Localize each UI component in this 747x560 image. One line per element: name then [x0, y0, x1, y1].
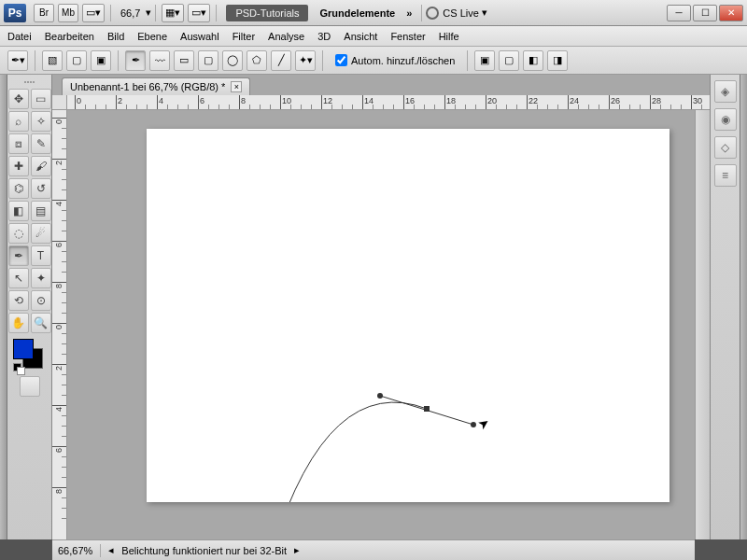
type-tool[interactable]: T [31, 245, 51, 266]
crop-tool[interactable]: ⧈ [8, 133, 29, 154]
vertical-scrollbar[interactable] [695, 110, 710, 539]
screen-mode-button[interactable]: ▭▾ [82, 4, 105, 22]
brush-tool[interactable]: 🖌 [31, 156, 51, 176]
rounded-rect-button[interactable]: ▢ [198, 50, 218, 71]
dodge-tool[interactable]: ☄ [31, 223, 51, 244]
tool-preset-button[interactable]: ✒▾ [7, 50, 28, 71]
custom-shape-button[interactable]: ✦▾ [295, 50, 316, 71]
status-arrow-left[interactable]: ◂ [108, 544, 114, 556]
menu-auswahl[interactable]: Auswahl [180, 31, 219, 42]
marquee-tool[interactable]: ▭ [31, 89, 51, 109]
extras-icon: ▭▾ [191, 7, 206, 19]
fill-pixels-button[interactable]: ▣ [91, 50, 111, 71]
status-message: Belichtung funktioniert nur bei 32-Bit [121, 545, 287, 556]
freeform-pen-button[interactable]: 〰 [149, 50, 170, 71]
magic-wand-tool[interactable]: ✧ [31, 111, 51, 132]
zoom-dropdown-icon[interactable]: ▾ [146, 7, 151, 19]
menu-datei[interactable]: Datei [7, 31, 32, 42]
pen-mode-button[interactable]: ✒ [125, 50, 146, 71]
paths-panel-icon[interactable]: ◇ [714, 136, 737, 159]
window-maximize-button[interactable]: ☐ [693, 5, 717, 21]
paths-button[interactable]: ▢ [66, 50, 87, 71]
right-panel-dock: ◈ ◉ ◇ ≡ [710, 75, 740, 539]
menu-filter[interactable]: Filter [233, 31, 255, 42]
menu-analyse[interactable]: Analyse [268, 31, 304, 42]
3d-tool[interactable]: ⟲ [8, 290, 29, 311]
toolbox-grip[interactable] [11, 78, 49, 86]
left-frame-edge[interactable] [0, 75, 7, 539]
status-zoom[interactable]: 66,67% [58, 545, 92, 556]
workspace-grundelemente[interactable]: Grundelemente [319, 7, 395, 19]
zoom-tool[interactable]: 🔍 [31, 313, 51, 333]
path-intersect-button[interactable]: ◧ [523, 50, 543, 71]
shape-tool[interactable]: ✦ [31, 268, 51, 288]
polygon-shape-button[interactable]: ⬠ [247, 50, 267, 71]
right-frame-edge[interactable] [740, 75, 747, 539]
menu-bearbeiten[interactable]: Bearbeiten [45, 31, 94, 42]
horizontal-ruler[interactable]: 024681012141618202224262830 [67, 95, 710, 110]
default-colors-button[interactable] [13, 363, 24, 374]
document-tab-close-button[interactable]: × [231, 81, 242, 92]
foreground-color-swatch[interactable] [13, 339, 34, 359]
pen-tool[interactable]: ✒ [8, 245, 29, 266]
svg-point-4 [471, 422, 476, 427]
arrange-documents-button[interactable]: ▦▾ [162, 4, 184, 22]
line-shape-button[interactable]: ╱ [271, 50, 291, 71]
document-canvas[interactable]: ➤ [147, 129, 669, 502]
hand-tool[interactable]: ✋ [8, 313, 29, 333]
adjustments-panel-icon[interactable]: ≡ [714, 164, 737, 187]
path-subtract-button[interactable]: ▢ [499, 50, 519, 71]
menu-ansicht[interactable]: Ansicht [344, 31, 377, 42]
eyedropper-tool[interactable]: ✎ [31, 133, 51, 154]
ruler-origin[interactable] [52, 95, 67, 110]
menu-3d[interactable]: 3D [317, 31, 331, 42]
status-bar: 66,67% ◂ Belichtung funktioniert nur bei… [52, 539, 695, 560]
svg-rect-2 [424, 406, 430, 412]
clone-stamp-tool[interactable]: ⌬ [8, 178, 29, 199]
shape-layers-button[interactable]: ▧ [42, 50, 63, 71]
blur-tool[interactable]: ◌ [8, 223, 29, 244]
bridge-button[interactable]: Br [34, 4, 54, 22]
menu-hilfe[interactable]: Hilfe [439, 31, 459, 42]
zoom-level[interactable]: 66,7 [120, 7, 140, 19]
path-curve[interactable] [147, 129, 669, 502]
gradient-tool[interactable]: ▤ [31, 201, 51, 221]
layers-panel-icon[interactable]: ◈ [714, 80, 737, 103]
menu-fenster[interactable]: Fenster [390, 31, 425, 42]
ellipse-shape-button[interactable]: ◯ [222, 50, 243, 71]
status-arrow-right[interactable]: ▸ [294, 544, 300, 556]
history-brush-tool[interactable]: ↺ [31, 178, 51, 199]
vertical-ruler[interactable]: 0246802468 [52, 110, 67, 539]
auto-add-delete-option[interactable]: Autom. hinzuf./löschen [335, 54, 455, 66]
cs-live-button[interactable]: CS Live ▾ [426, 7, 487, 20]
auto-add-delete-checkbox[interactable] [335, 54, 347, 66]
channels-panel-icon[interactable]: ◉ [714, 108, 737, 131]
path-exclude-button[interactable]: ◨ [547, 50, 568, 71]
options-bar: ✒▾ ▧ ▢ ▣ ✒ 〰 ▭ ▢ ◯ ⬠ ╱ ✦▾ Autom. hinzuf.… [0, 47, 747, 75]
menu-bild[interactable]: Bild [107, 31, 124, 42]
cs-live-label: CS Live [443, 7, 479, 19]
window-close-button[interactable]: ✕ [719, 5, 743, 21]
path-combine-button[interactable]: ▣ [474, 50, 495, 71]
workspace-psd-tutorials[interactable]: PSD-Tutorials [226, 5, 308, 21]
extras-button[interactable]: ▭▾ [188, 4, 210, 22]
color-swatches[interactable] [13, 339, 47, 372]
healing-brush-tool[interactable]: ✚ [8, 156, 29, 176]
move-tool[interactable]: ✥ [8, 89, 29, 109]
window-minimize-button[interactable]: ─ [667, 5, 691, 21]
quick-mask-button[interactable] [20, 376, 40, 397]
canvas-background[interactable]: ➤ [67, 110, 695, 539]
photoshop-logo: Ps [4, 4, 26, 22]
minibridge-button[interactable]: Mb [58, 4, 78, 22]
3d-camera-tool[interactable]: ⊙ [31, 290, 51, 311]
document-tab[interactable]: Unbenannt-1 bei 66,7% (RGB/8) * × [62, 77, 250, 95]
screen-mode-icon: ▭▾ [86, 7, 101, 19]
more-workspaces-button[interactable]: » [406, 7, 412, 19]
rectangle-shape-button[interactable]: ▭ [174, 50, 194, 71]
chevron-down-icon: ▾ [482, 7, 487, 19]
lasso-tool[interactable]: ⌕ [8, 111, 29, 132]
eraser-tool[interactable]: ◧ [8, 201, 29, 221]
path-selection-tool[interactable]: ↖ [8, 268, 29, 288]
svg-point-3 [377, 393, 383, 399]
menu-ebene[interactable]: Ebene [137, 31, 167, 42]
